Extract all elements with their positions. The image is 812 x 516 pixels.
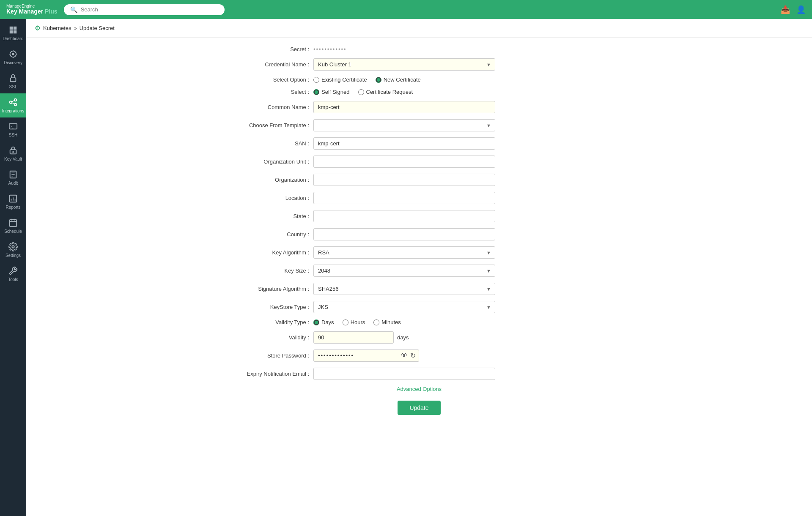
validity-wrap: days xyxy=(313,331,409,344)
org-row: Organization : xyxy=(225,174,614,186)
sidebar-item-discovery[interactable]: Discovery xyxy=(0,45,26,69)
key-size-label: Key Size : xyxy=(225,268,309,274)
validity-input[interactable] xyxy=(313,331,394,344)
validity-row: Validity : days xyxy=(225,331,614,344)
sidebar-item-ssl[interactable]: SSL xyxy=(0,69,26,93)
san-input[interactable] xyxy=(313,137,495,150)
org-unit-wrap xyxy=(313,156,495,168)
sidebar-item-audit[interactable]: Audit xyxy=(0,166,26,190)
minutes-radio[interactable] xyxy=(373,319,379,325)
expiry-email-wrap xyxy=(313,368,495,380)
breadcrumb-parent: Kubernetes xyxy=(43,25,71,31)
form-actions: Update xyxy=(225,401,614,415)
expiry-email-row: Expiry Notification Email : xyxy=(225,368,614,380)
svg-point-19 xyxy=(12,151,14,153)
eye-icon[interactable]: 👁 xyxy=(401,352,408,360)
sidebar-label-ssl: SSL xyxy=(9,85,17,89)
key-size-select-wrap[interactable]: 1024 2048 4096 ▼ xyxy=(313,265,495,277)
topbar-actions: 📥 👤 xyxy=(781,5,806,14)
common-name-input[interactable] xyxy=(313,101,495,113)
select-group: Self Signed Certificate Request xyxy=(313,89,413,95)
svg-line-15 xyxy=(12,103,14,104)
credential-name-select-wrap[interactable]: Kub Cluster 1 ▼ xyxy=(313,58,495,71)
expiry-email-input[interactable] xyxy=(313,368,495,380)
search-bar[interactable]: 🔍 xyxy=(64,4,225,15)
secret-value-wrap: •••••••••••• xyxy=(313,46,495,52)
org-unit-row: Organization Unit : xyxy=(225,156,614,168)
select-option-group: Existing Certificate New Certificate xyxy=(313,76,421,83)
new-certificate-radio[interactable] xyxy=(376,77,381,83)
san-row: SAN : xyxy=(225,137,614,150)
sidebar-label-dashboard: Dashboard xyxy=(3,36,24,41)
new-certificate-option[interactable]: New Certificate xyxy=(376,76,421,83)
hours-radio[interactable] xyxy=(343,319,348,325)
cert-request-option[interactable]: Certificate Request xyxy=(358,89,413,95)
cert-request-label: Certificate Request xyxy=(366,89,413,95)
refresh-icon[interactable]: ↻ xyxy=(410,352,416,360)
sidebar-label-tools: Tools xyxy=(8,277,18,282)
select-row: Select : Self Signed Certificate Request xyxy=(225,89,614,95)
svg-rect-0 xyxy=(10,27,13,30)
sidebar-item-settings[interactable]: Settings xyxy=(0,238,26,262)
credential-name-select[interactable]: Kub Cluster 1 xyxy=(313,58,495,71)
product-name: Key Manager Plus xyxy=(6,8,58,15)
update-button[interactable]: Update xyxy=(398,401,440,415)
breadcrumb: ⚙ Kubernetes » Update Secret xyxy=(26,19,812,38)
validity-type-label: Validity Type : xyxy=(225,319,309,325)
common-name-wrap xyxy=(313,101,495,113)
org-wrap xyxy=(313,174,495,186)
location-input[interactable] xyxy=(313,192,495,204)
search-input[interactable] xyxy=(81,6,218,13)
key-size-select[interactable]: 1024 2048 4096 xyxy=(313,265,495,277)
keystore-type-select[interactable]: JKS PKCS12 xyxy=(313,301,495,313)
key-algorithm-select[interactable]: RSA EC xyxy=(313,246,495,259)
svg-rect-1 xyxy=(14,27,16,30)
existing-certificate-radio[interactable] xyxy=(313,77,319,83)
svg-point-32 xyxy=(12,246,14,248)
self-signed-option[interactable]: Self Signed xyxy=(313,89,350,95)
template-select-wrap[interactable]: ▼ xyxy=(313,119,495,131)
org-unit-input[interactable] xyxy=(313,156,495,168)
app-logo: ManageEngine Key Manager Plus xyxy=(6,4,58,15)
existing-certificate-label: Existing Certificate xyxy=(321,76,367,83)
template-select[interactable] xyxy=(313,119,495,131)
kubernetes-icon: ⚙ xyxy=(35,24,41,32)
days-option[interactable]: Days xyxy=(313,319,334,325)
sidebar-item-ssh[interactable]: >_ SSH xyxy=(0,117,26,142)
sidebar-item-keyvault[interactable]: Key Vault xyxy=(0,142,26,166)
sidebar-item-reports[interactable]: Reports xyxy=(0,190,26,214)
hours-option[interactable]: Hours xyxy=(343,319,365,325)
key-size-row: Key Size : 1024 2048 4096 ▼ xyxy=(225,265,614,277)
sidebar-item-integrations[interactable]: Integrations xyxy=(0,93,26,117)
download-icon[interactable]: 📥 xyxy=(781,5,790,14)
user-icon[interactable]: 👤 xyxy=(796,5,806,14)
credential-name-label: Credential Name : xyxy=(225,61,309,68)
san-wrap xyxy=(313,137,495,150)
validity-type-row: Validity Type : Days Hours Minutes xyxy=(225,319,614,325)
country-input[interactable] xyxy=(313,228,495,240)
cert-request-radio[interactable] xyxy=(358,89,364,95)
advanced-options-row: Advanced Options xyxy=(225,386,614,392)
san-label: SAN : xyxy=(225,140,309,147)
state-input[interactable] xyxy=(313,210,495,222)
advanced-options-link[interactable]: Advanced Options xyxy=(397,386,442,392)
minutes-option[interactable]: Minutes xyxy=(373,319,401,325)
sidebar-item-tools[interactable]: Tools xyxy=(0,262,26,286)
keystore-type-select-wrap[interactable]: JKS PKCS12 ▼ xyxy=(313,301,495,313)
key-algorithm-select-wrap[interactable]: RSA EC ▼ xyxy=(313,246,495,259)
location-row: Location : xyxy=(225,192,614,204)
sidebar-label-audit: Audit xyxy=(8,181,18,186)
existing-certificate-option[interactable]: Existing Certificate xyxy=(313,76,367,83)
days-radio[interactable] xyxy=(313,319,319,325)
sidebar-label-keyvault: Key Vault xyxy=(4,157,22,161)
common-name-row: Common Name : xyxy=(225,101,614,113)
days-label: Days xyxy=(321,319,334,325)
signature-algorithm-select[interactable]: SHA256 SHA384 SHA512 xyxy=(313,283,495,295)
sidebar-label-reports: Reports xyxy=(5,205,20,210)
signature-algorithm-select-wrap[interactable]: SHA256 SHA384 SHA512 ▼ xyxy=(313,283,495,295)
sidebar-item-dashboard[interactable]: Dashboard xyxy=(0,21,26,45)
sidebar-item-schedule[interactable]: Schedule xyxy=(0,214,26,238)
org-input[interactable] xyxy=(313,174,495,186)
self-signed-radio[interactable] xyxy=(313,89,319,95)
svg-rect-3 xyxy=(14,30,16,33)
